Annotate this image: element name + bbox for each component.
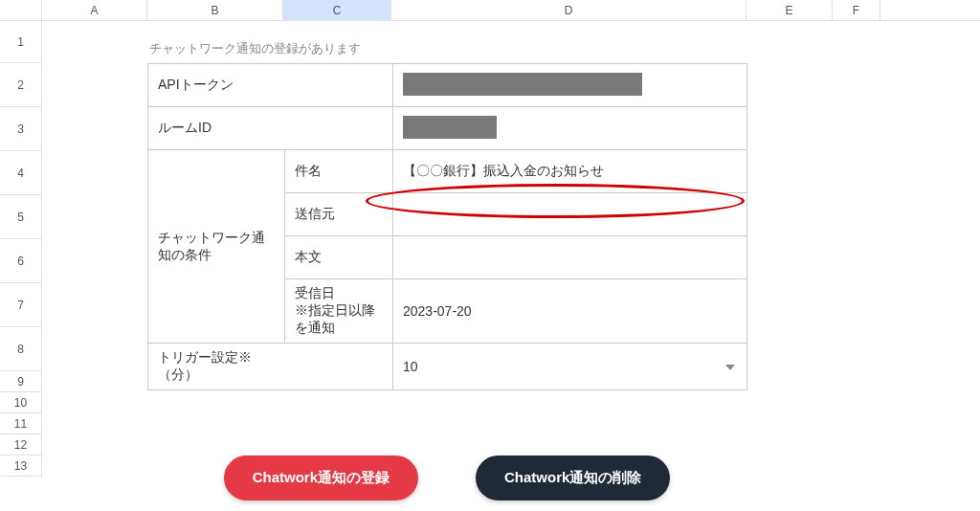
label-body: 本文 xyxy=(285,236,393,279)
row-headers: 1 2 3 4 5 6 7 8 9 10 11 12 13 xyxy=(0,21,42,511)
label-room-id: ルームID xyxy=(148,107,393,150)
cell-subject[interactable]: 【〇〇銀行】振込入金のお知らせ xyxy=(393,150,747,193)
row-head-8[interactable]: 8 xyxy=(0,327,42,371)
label-received: 受信日 ※指定日以降を通知 xyxy=(285,279,393,344)
delete-button[interactable]: Chatwork通知の削除 xyxy=(476,455,670,500)
col-head-e[interactable]: E xyxy=(746,0,833,20)
row-head-3[interactable]: 3 xyxy=(0,107,42,151)
row-head-5[interactable]: 5 xyxy=(0,195,42,239)
label-sender: 送信元 xyxy=(285,193,393,236)
col-head-b[interactable]: B xyxy=(147,0,283,20)
row-head-6[interactable]: 6 xyxy=(0,239,42,283)
col-head-c[interactable]: C xyxy=(283,0,391,20)
cell-trigger-dropdown[interactable]: 10 xyxy=(393,344,747,390)
cell-api-token[interactable] xyxy=(393,64,747,107)
redacted-api-token xyxy=(403,73,642,96)
col-head-d[interactable]: D xyxy=(391,0,746,20)
cell-sender[interactable] xyxy=(393,193,747,236)
label-subject: 件名 xyxy=(285,150,393,193)
col-head-f[interactable]: F xyxy=(833,0,880,20)
row-head-7[interactable]: 7 xyxy=(0,283,42,327)
row-head-10[interactable]: 10 xyxy=(0,392,42,413)
col-head-a[interactable]: A xyxy=(42,0,147,20)
row-head-13[interactable]: 13 xyxy=(0,455,42,477)
row-head-2[interactable]: 2 xyxy=(0,63,42,107)
label-received-note: ※指定日以降を通知 xyxy=(295,302,375,335)
label-trigger: トリガー設定※ （分） xyxy=(148,344,393,390)
label-api-token: APIトークン xyxy=(148,64,393,107)
row-head-1[interactable]: 1 xyxy=(0,21,42,63)
row-head-4[interactable]: 4 xyxy=(0,151,42,195)
row-head-11[interactable]: 11 xyxy=(0,413,42,434)
label-trigger-unit: （分） xyxy=(158,367,198,382)
redacted-room-id xyxy=(403,116,497,139)
grid-area[interactable]: チャットワーク通知の登録があります APIトークン ルームID チャットワーク通… xyxy=(42,21,980,511)
caption-text: チャットワーク通知の登録があります xyxy=(147,40,746,63)
label-trigger-text: トリガー設定※ xyxy=(158,349,252,365)
cell-received[interactable]: 2023-07-20 xyxy=(393,279,747,344)
register-button[interactable]: Chatwork通知の登録 xyxy=(224,455,418,500)
settings-table: APIトークン ルームID チャットワーク通知の条件 件名 【〇〇銀行】振込入金… xyxy=(147,63,747,390)
cell-room-id[interactable] xyxy=(393,107,747,150)
label-received-text: 受信日 xyxy=(295,285,335,300)
label-condition-group: チャットワーク通知の条件 xyxy=(148,150,285,344)
row-head-9[interactable]: 9 xyxy=(0,371,42,392)
select-all-corner[interactable] xyxy=(0,0,42,20)
row-head-12[interactable]: 12 xyxy=(0,434,42,455)
cell-body[interactable] xyxy=(393,236,747,279)
